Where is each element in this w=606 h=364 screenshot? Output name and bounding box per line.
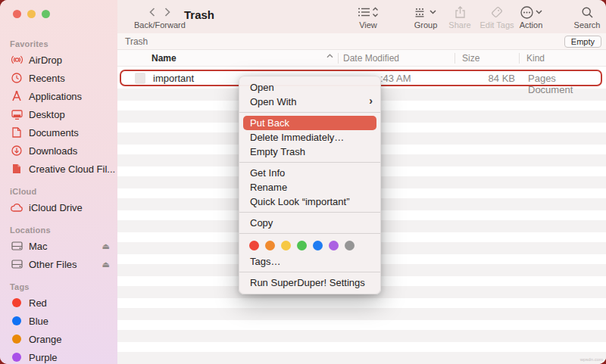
airdrop-icon — [9, 54, 24, 65]
menu-item-delete-immediately[interactable]: Delete Immediately… — [239, 130, 380, 145]
search-button[interactable]: Search — [570, 5, 604, 30]
back-forward-control[interactable]: Back/Forward — [134, 5, 186, 30]
menu-item-open-with[interactable]: Open With› — [239, 95, 380, 109]
document-icon — [9, 127, 24, 138]
tag-color-dot[interactable] — [329, 241, 339, 250]
sidebar-section-title-favorites: Favorites — [10, 39, 117, 48]
submenu-chevron-icon: › — [369, 95, 373, 107]
menu-item-run-superduper-settings[interactable]: Run SuperDuper! Settings — [239, 275, 380, 290]
empty-trash-button[interactable]: Empty — [564, 36, 601, 48]
eject-icon[interactable]: ⏏ — [102, 260, 110, 269]
finder-window: FavoritesAirDropRecentsApplicationsDeskt… — [0, 0, 606, 364]
watermark: wpsdn.com — [580, 357, 603, 362]
menu-separator — [239, 233, 380, 234]
tag-dot-icon — [9, 298, 24, 307]
download-icon — [9, 145, 24, 156]
sidebar-item-label: Mac — [29, 241, 48, 252]
tag-dot-icon — [9, 353, 24, 362]
action-button[interactable]: Action — [514, 5, 548, 30]
sidebar-section-title-tags: Tags — [10, 282, 117, 291]
sidebar-item-creative-cloud-fil[interactable]: Creative Cloud Fil... — [0, 160, 117, 178]
edit-tags-label: Edit Tags — [476, 20, 518, 30]
clock-icon — [9, 73, 24, 83]
sidebar-section-title-icloud: iCloud — [10, 187, 117, 196]
sidebar-item-desktop[interactable]: Desktop — [0, 105, 117, 123]
sidebar-item-icloud-drive[interactable]: iCloud Drive — [0, 198, 117, 216]
search-label: Search — [570, 20, 604, 30]
chevron-left-icon[interactable] — [149, 8, 155, 17]
context-menu: OpenOpen With›Put BackDelete Immediately… — [239, 76, 381, 294]
group-icon — [415, 8, 427, 17]
eject-icon[interactable]: ⏏ — [102, 241, 110, 251]
chevron-down-icon — [536, 10, 542, 14]
menu-separator — [239, 212, 380, 213]
menu-item-put-back[interactable]: Put Back — [243, 116, 376, 130]
file-date-modified: :43 AM — [380, 73, 411, 84]
sidebar-item-airdrop[interactable]: AirDrop — [0, 51, 117, 69]
sidebar-item-mac[interactable]: Mac⏏ — [0, 237, 117, 255]
sidebar-item-label: Downloads — [29, 145, 77, 157]
desktop-icon — [9, 110, 24, 120]
sidebar-item-label: iCloud Drive — [29, 202, 83, 213]
list-column-headers: Name Date Modified Size Kind — [117, 50, 606, 67]
close-button[interactable] — [13, 10, 21, 18]
sidebar-item-label: Desktop — [29, 109, 65, 120]
path-location: Trash — [125, 36, 148, 47]
sidebar-item-documents[interactable]: Documents — [0, 123, 117, 142]
sidebar-item-label: Creative Cloud Fil... — [29, 163, 115, 175]
back-forward-label: Back/Forward — [134, 20, 186, 30]
sidebar-item-label: Other Files — [29, 259, 77, 270]
column-header-kind[interactable]: Kind — [526, 53, 545, 64]
tag-color-dot[interactable] — [265, 241, 275, 250]
chevron-right-icon[interactable] — [164, 8, 170, 17]
sidebar-item-label: Documents — [29, 127, 79, 138]
sidebar-section-title-locations: Locations — [10, 226, 117, 235]
tag-color-dot[interactable] — [313, 241, 323, 250]
menu-item-copy[interactable]: Copy — [239, 216, 380, 230]
sidebar-item-purple[interactable]: Purple — [0, 348, 117, 364]
sidebar-item-red[interactable]: Red — [0, 294, 117, 312]
menu-separator — [239, 272, 380, 272]
file-size: 84 KB — [489, 73, 515, 84]
menu-item-open[interactable]: Open — [239, 80, 380, 95]
sidebar-item-orange[interactable]: Orange — [0, 330, 117, 348]
sort-ascending-icon — [326, 54, 333, 58]
menu-separator — [239, 112, 380, 113]
column-divider[interactable] — [338, 53, 339, 64]
group-button[interactable]: Group — [409, 5, 442, 30]
edit-tags-button: Edit Tags — [476, 5, 518, 30]
column-header-name[interactable]: Name — [152, 53, 176, 64]
tag-color-dot[interactable] — [345, 241, 355, 250]
creative-cloud-file-icon — [9, 163, 24, 174]
column-header-date-modified[interactable]: Date Modified — [343, 53, 399, 64]
list-view-icon — [358, 8, 370, 17]
column-divider[interactable] — [519, 53, 520, 64]
column-header-size[interactable]: Size — [462, 53, 479, 64]
sidebar-item-label: Blue — [29, 316, 48, 327]
menu-item-empty-trash[interactable]: Empty Trash — [239, 145, 380, 159]
group-label: Group — [409, 20, 442, 30]
menu-item-rename[interactable]: Rename — [239, 180, 380, 194]
traffic-lights — [13, 10, 50, 18]
sidebar-item-downloads[interactable]: Downloads — [0, 142, 117, 160]
minimize-button[interactable] — [27, 10, 36, 18]
tag-color-dot[interactable] — [249, 241, 259, 250]
menu-item-tags[interactable]: Tags… — [239, 254, 380, 269]
view-button[interactable]: View — [350, 5, 386, 30]
menu-item-quick-look-important[interactable]: Quick Look “important” — [239, 194, 380, 209]
sidebar-item-blue[interactable]: Blue — [0, 312, 117, 330]
zoom-button[interactable] — [42, 10, 50, 18]
tag-icon — [491, 6, 503, 18]
menu-item-get-info[interactable]: Get Info — [239, 166, 380, 180]
tag-color-dot[interactable] — [297, 241, 307, 250]
file-icon — [135, 73, 145, 84]
tag-color-dot[interactable] — [281, 241, 291, 250]
column-divider[interactable] — [454, 53, 455, 64]
share-icon — [455, 6, 465, 18]
sidebar-item-recents[interactable]: Recents — [0, 69, 117, 87]
sidebar-item-label: Applications — [29, 91, 82, 102]
sidebar-item-other-files[interactable]: Other Files⏏ — [0, 255, 117, 273]
ellipsis-circle-icon — [520, 6, 533, 19]
share-label: Share — [445, 20, 475, 30]
sidebar-item-applications[interactable]: Applications — [0, 87, 117, 105]
